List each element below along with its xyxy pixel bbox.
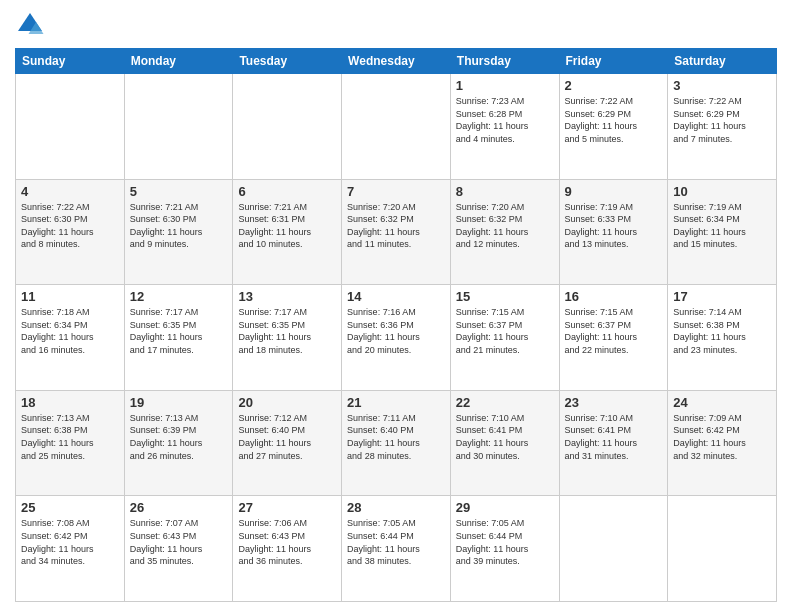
calendar-table: SundayMondayTuesdayWednesdayThursdayFrid…: [15, 48, 777, 602]
day-info: Sunrise: 7:22 AM Sunset: 6:29 PM Dayligh…: [565, 95, 663, 145]
day-number: 24: [673, 395, 771, 410]
calendar-cell: 9Sunrise: 7:19 AM Sunset: 6:33 PM Daylig…: [559, 179, 668, 285]
day-info: Sunrise: 7:20 AM Sunset: 6:32 PM Dayligh…: [347, 201, 445, 251]
calendar-cell: 28Sunrise: 7:05 AM Sunset: 6:44 PM Dayli…: [342, 496, 451, 602]
day-info: Sunrise: 7:19 AM Sunset: 6:34 PM Dayligh…: [673, 201, 771, 251]
day-number: 25: [21, 500, 119, 515]
weekday-header-thursday: Thursday: [450, 49, 559, 74]
day-info: Sunrise: 7:22 AM Sunset: 6:30 PM Dayligh…: [21, 201, 119, 251]
weekday-header-friday: Friday: [559, 49, 668, 74]
day-number: 21: [347, 395, 445, 410]
day-number: 2: [565, 78, 663, 93]
day-number: 19: [130, 395, 228, 410]
calendar-cell: 27Sunrise: 7:06 AM Sunset: 6:43 PM Dayli…: [233, 496, 342, 602]
day-number: 18: [21, 395, 119, 410]
day-info: Sunrise: 7:15 AM Sunset: 6:37 PM Dayligh…: [565, 306, 663, 356]
calendar-cell: 20Sunrise: 7:12 AM Sunset: 6:40 PM Dayli…: [233, 390, 342, 496]
day-number: 27: [238, 500, 336, 515]
header: [15, 10, 777, 40]
calendar-cell: 29Sunrise: 7:05 AM Sunset: 6:44 PM Dayli…: [450, 496, 559, 602]
day-info: Sunrise: 7:23 AM Sunset: 6:28 PM Dayligh…: [456, 95, 554, 145]
day-info: Sunrise: 7:18 AM Sunset: 6:34 PM Dayligh…: [21, 306, 119, 356]
calendar-cell: [668, 496, 777, 602]
calendar-cell: 25Sunrise: 7:08 AM Sunset: 6:42 PM Dayli…: [16, 496, 125, 602]
calendar-cell: 18Sunrise: 7:13 AM Sunset: 6:38 PM Dayli…: [16, 390, 125, 496]
calendar-cell: 13Sunrise: 7:17 AM Sunset: 6:35 PM Dayli…: [233, 285, 342, 391]
calendar-cell: 21Sunrise: 7:11 AM Sunset: 6:40 PM Dayli…: [342, 390, 451, 496]
calendar-cell: 16Sunrise: 7:15 AM Sunset: 6:37 PM Dayli…: [559, 285, 668, 391]
day-info: Sunrise: 7:05 AM Sunset: 6:44 PM Dayligh…: [347, 517, 445, 567]
day-info: Sunrise: 7:19 AM Sunset: 6:33 PM Dayligh…: [565, 201, 663, 251]
day-info: Sunrise: 7:21 AM Sunset: 6:30 PM Dayligh…: [130, 201, 228, 251]
calendar-cell: 12Sunrise: 7:17 AM Sunset: 6:35 PM Dayli…: [124, 285, 233, 391]
day-number: 17: [673, 289, 771, 304]
day-info: Sunrise: 7:17 AM Sunset: 6:35 PM Dayligh…: [130, 306, 228, 356]
day-info: Sunrise: 7:10 AM Sunset: 6:41 PM Dayligh…: [565, 412, 663, 462]
calendar-cell: [124, 74, 233, 180]
calendar-cell: 17Sunrise: 7:14 AM Sunset: 6:38 PM Dayli…: [668, 285, 777, 391]
weekday-header-saturday: Saturday: [668, 49, 777, 74]
day-info: Sunrise: 7:21 AM Sunset: 6:31 PM Dayligh…: [238, 201, 336, 251]
day-number: 6: [238, 184, 336, 199]
day-number: 7: [347, 184, 445, 199]
calendar-cell: 8Sunrise: 7:20 AM Sunset: 6:32 PM Daylig…: [450, 179, 559, 285]
day-number: 4: [21, 184, 119, 199]
day-info: Sunrise: 7:15 AM Sunset: 6:37 PM Dayligh…: [456, 306, 554, 356]
calendar-cell: 7Sunrise: 7:20 AM Sunset: 6:32 PM Daylig…: [342, 179, 451, 285]
calendar-cell: 11Sunrise: 7:18 AM Sunset: 6:34 PM Dayli…: [16, 285, 125, 391]
day-number: 5: [130, 184, 228, 199]
day-number: 16: [565, 289, 663, 304]
calendar-cell: 2Sunrise: 7:22 AM Sunset: 6:29 PM Daylig…: [559, 74, 668, 180]
calendar-cell: 1Sunrise: 7:23 AM Sunset: 6:28 PM Daylig…: [450, 74, 559, 180]
day-number: 12: [130, 289, 228, 304]
weekday-header-sunday: Sunday: [16, 49, 125, 74]
day-number: 13: [238, 289, 336, 304]
weekday-header-monday: Monday: [124, 49, 233, 74]
calendar-cell: 26Sunrise: 7:07 AM Sunset: 6:43 PM Dayli…: [124, 496, 233, 602]
day-info: Sunrise: 7:16 AM Sunset: 6:36 PM Dayligh…: [347, 306, 445, 356]
calendar-cell: [233, 74, 342, 180]
day-info: Sunrise: 7:14 AM Sunset: 6:38 PM Dayligh…: [673, 306, 771, 356]
weekday-header-wednesday: Wednesday: [342, 49, 451, 74]
day-number: 22: [456, 395, 554, 410]
weekday-header-row: SundayMondayTuesdayWednesdayThursdayFrid…: [16, 49, 777, 74]
calendar-cell: 23Sunrise: 7:10 AM Sunset: 6:41 PM Dayli…: [559, 390, 668, 496]
logo: [15, 10, 49, 40]
calendar-cell: [342, 74, 451, 180]
day-number: 11: [21, 289, 119, 304]
week-row-3: 11Sunrise: 7:18 AM Sunset: 6:34 PM Dayli…: [16, 285, 777, 391]
day-info: Sunrise: 7:11 AM Sunset: 6:40 PM Dayligh…: [347, 412, 445, 462]
day-number: 26: [130, 500, 228, 515]
day-info: Sunrise: 7:13 AM Sunset: 6:38 PM Dayligh…: [21, 412, 119, 462]
day-info: Sunrise: 7:06 AM Sunset: 6:43 PM Dayligh…: [238, 517, 336, 567]
calendar-cell: 6Sunrise: 7:21 AM Sunset: 6:31 PM Daylig…: [233, 179, 342, 285]
day-number: 29: [456, 500, 554, 515]
day-info: Sunrise: 7:12 AM Sunset: 6:40 PM Dayligh…: [238, 412, 336, 462]
day-info: Sunrise: 7:08 AM Sunset: 6:42 PM Dayligh…: [21, 517, 119, 567]
day-number: 15: [456, 289, 554, 304]
day-number: 10: [673, 184, 771, 199]
day-number: 14: [347, 289, 445, 304]
calendar-cell: 24Sunrise: 7:09 AM Sunset: 6:42 PM Dayli…: [668, 390, 777, 496]
day-number: 20: [238, 395, 336, 410]
day-info: Sunrise: 7:20 AM Sunset: 6:32 PM Dayligh…: [456, 201, 554, 251]
week-row-2: 4Sunrise: 7:22 AM Sunset: 6:30 PM Daylig…: [16, 179, 777, 285]
day-info: Sunrise: 7:13 AM Sunset: 6:39 PM Dayligh…: [130, 412, 228, 462]
calendar-cell: [16, 74, 125, 180]
calendar-cell: 14Sunrise: 7:16 AM Sunset: 6:36 PM Dayli…: [342, 285, 451, 391]
calendar-cell: 3Sunrise: 7:22 AM Sunset: 6:29 PM Daylig…: [668, 74, 777, 180]
calendar-cell: 4Sunrise: 7:22 AM Sunset: 6:30 PM Daylig…: [16, 179, 125, 285]
calendar-cell: 5Sunrise: 7:21 AM Sunset: 6:30 PM Daylig…: [124, 179, 233, 285]
day-info: Sunrise: 7:10 AM Sunset: 6:41 PM Dayligh…: [456, 412, 554, 462]
day-number: 1: [456, 78, 554, 93]
weekday-header-tuesday: Tuesday: [233, 49, 342, 74]
week-row-4: 18Sunrise: 7:13 AM Sunset: 6:38 PM Dayli…: [16, 390, 777, 496]
logo-icon: [15, 10, 45, 40]
day-info: Sunrise: 7:07 AM Sunset: 6:43 PM Dayligh…: [130, 517, 228, 567]
calendar-cell: 22Sunrise: 7:10 AM Sunset: 6:41 PM Dayli…: [450, 390, 559, 496]
calendar-cell: 19Sunrise: 7:13 AM Sunset: 6:39 PM Dayli…: [124, 390, 233, 496]
day-number: 8: [456, 184, 554, 199]
day-info: Sunrise: 7:22 AM Sunset: 6:29 PM Dayligh…: [673, 95, 771, 145]
calendar-cell: 10Sunrise: 7:19 AM Sunset: 6:34 PM Dayli…: [668, 179, 777, 285]
page: SundayMondayTuesdayWednesdayThursdayFrid…: [0, 0, 792, 612]
